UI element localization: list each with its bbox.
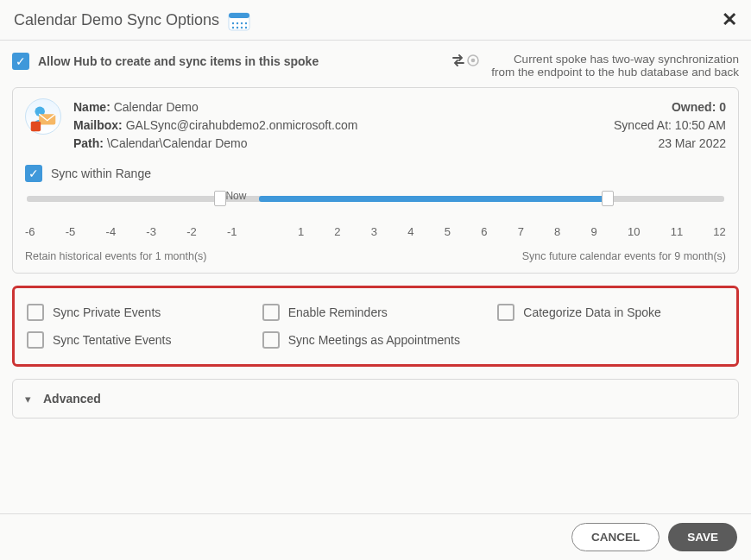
advanced-toggle[interactable]: ▾ Advanced [12, 379, 739, 418]
name-label: Name: [73, 100, 110, 114]
cancel-button[interactable]: CANCEL [571, 523, 659, 551]
svg-point-3 [237, 22, 238, 24]
retain-historical-text: Retain historical events for 1 month(s) [25, 250, 207, 262]
synced-date: 23 Mar 2022 [614, 135, 726, 153]
sync-description: Current spoke has two-way synchronizatio… [491, 53, 739, 79]
sync-tentative-checkbox[interactable] [27, 331, 44, 349]
allow-sync-row: ✓ Allow Hub to create and sync items in … [12, 53, 451, 70]
sync-future-text: Sync future calendar events for 9 month(… [522, 250, 726, 262]
range-slider-upper-handle[interactable] [602, 191, 614, 206]
dialog-footer: CANCEL SAVE [0, 513, 751, 560]
calendar-icon [228, 9, 250, 31]
allow-sync-label: Allow Hub to create and sync items in th… [38, 54, 319, 68]
sync-range-label: Sync within Range [51, 167, 151, 180]
mailbox-label: Mailbox: [73, 118, 123, 132]
svg-point-11 [471, 59, 476, 63]
synced-at-label: Synced At: [614, 118, 672, 132]
sync-private-label: Sync Private Events [53, 305, 161, 319]
dialog-title: Calendar Demo Sync Options [14, 11, 219, 29]
owned-value: 0 [719, 100, 726, 114]
range-slider-lower-handle[interactable] [214, 191, 226, 206]
categorize-checkbox[interactable] [497, 304, 514, 321]
dialog-title-row: Calendar Demo Sync Options [14, 9, 722, 31]
svg-rect-14 [31, 122, 41, 131]
owned-label: Owned: [672, 100, 716, 114]
svg-point-6 [232, 27, 234, 28]
synced-at-value: 10:50 AM [675, 118, 726, 132]
sync-range-checkbox[interactable]: ✓ [25, 165, 42, 182]
close-icon[interactable]: ✕ [722, 9, 737, 31]
enable-reminders-label: Enable Reminders [288, 305, 388, 319]
dialog-header: Calendar Demo Sync Options ✕ [0, 0, 751, 41]
sync-meetings-label: Sync Meetings as Appointments [288, 333, 460, 347]
svg-point-9 [245, 27, 247, 28]
advanced-label: Advanced [43, 392, 101, 406]
svg-point-5 [245, 22, 247, 24]
enable-reminders-checkbox[interactable] [262, 304, 280, 321]
save-button[interactable]: SAVE [668, 523, 737, 551]
slider-now-label: Now [225, 190, 246, 202]
svg-point-4 [241, 22, 243, 24]
path-label: Path: [73, 136, 104, 150]
svg-point-8 [241, 27, 243, 28]
mailbox-avatar-icon [25, 98, 61, 135]
sync-options-panel: Sync Private Events Enable Reminders Cat… [12, 286, 739, 367]
mailbox-value: GALSync@cirahubdemo2.onmicrosoft.com [126, 118, 358, 132]
range-ticks: -6-5-4-3-2-1123456789101112 [25, 225, 726, 238]
svg-rect-1 [229, 13, 249, 18]
chevron-down-icon: ▾ [25, 393, 31, 406]
sync-meetings-checkbox[interactable] [262, 331, 280, 349]
sync-private-checkbox[interactable] [27, 304, 44, 321]
range-slider[interactable]: Now [27, 192, 724, 217]
svg-point-2 [232, 22, 234, 24]
categorize-label: Categorize Data in Spoke [523, 305, 661, 319]
sync-tentative-label: Sync Tentative Events [53, 333, 171, 347]
allow-sync-checkbox[interactable]: ✓ [12, 53, 29, 70]
name-value: Calendar Demo [114, 100, 199, 114]
two-way-sync-icon [451, 54, 479, 66]
spoke-info-panel: Name: Calendar Demo Mailbox: GALSync@cir… [12, 87, 739, 274]
svg-point-7 [237, 27, 238, 28]
path-value: \Calendar\Calendar Demo [107, 136, 248, 150]
